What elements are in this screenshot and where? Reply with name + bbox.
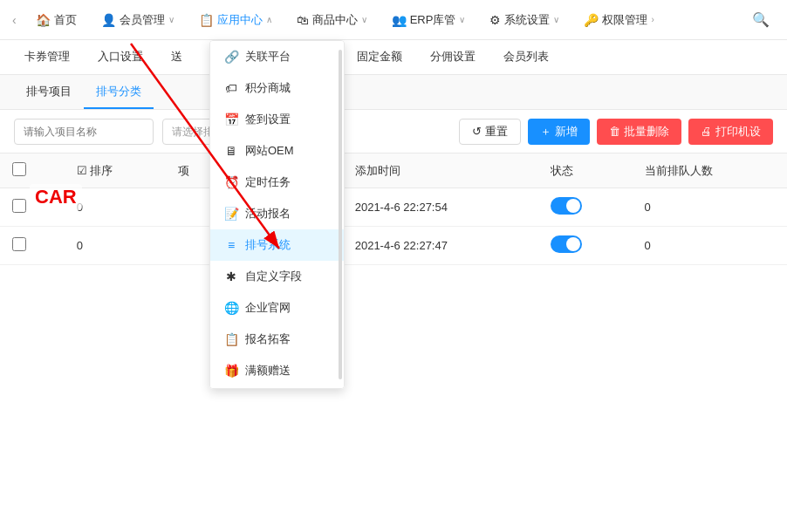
nav-split[interactable]: 分佣设置 (416, 40, 489, 74)
nav-send[interactable]: 送 (157, 40, 196, 74)
home-icon: 🏠 (36, 13, 51, 27)
data-table-wrap: ☑ 排序 项 分类名称 添加时间 状态 当前排队人数 0 房间 2021-4-6… (0, 153, 787, 532)
erp-icon: 👥 (392, 13, 407, 27)
nav-member-label: 会员管理 (120, 12, 165, 28)
nav-goods-label: 商品中心 (312, 12, 358, 28)
dropdown-item-linkPlatform[interactable]: 🔗关联平台 (210, 41, 344, 72)
nav-home-label: 首页 (54, 12, 77, 28)
search-button[interactable]: 🔍 (742, 11, 780, 28)
app-arrow-icon: ∧ (266, 15, 272, 24)
dropdown-item-timedTask[interactable]: ⏰定时任务 (210, 167, 344, 198)
dropdown-item-corpWebsite[interactable]: 🌐企业官网 (210, 292, 344, 324)
data-table: ☑ 排序 项 分类名称 添加时间 状态 当前排队人数 0 房间 2021-4-6… (0, 153, 787, 265)
add-button[interactable]: ＋ 新增 (528, 119, 590, 145)
sub-nav: 排号项目 排号分类 (0, 75, 787, 110)
print-icon: 🖨 (701, 125, 712, 138)
nav-app-label: 应用中心 (217, 12, 263, 28)
dropdown-fullGift-label: 满额赠送 (245, 363, 291, 379)
dropdown-item-signupExpand[interactable]: 📋报名拓客 (210, 324, 344, 355)
nav-member-list[interactable]: 会员列表 (489, 40, 563, 74)
row-queue-count-1: 0 (633, 227, 787, 265)
reset-button[interactable]: ↺ 重置 (459, 119, 521, 145)
status-toggle-0[interactable] (551, 197, 582, 215)
dropdown-signIn-icon: 📅 (224, 113, 238, 126)
dropdown-item-signIn[interactable]: 📅签到设置 (210, 104, 344, 135)
print-settings-button[interactable]: 🖨 打印机设 (688, 119, 773, 145)
row-check-1 (0, 227, 65, 265)
col-status: 状态 (538, 153, 632, 188)
row-sort-0: 0 (65, 188, 167, 227)
project-name-input[interactable] (14, 119, 154, 145)
settings-arrow-icon: ∨ (553, 15, 559, 24)
status-toggle-1[interactable] (551, 235, 582, 253)
dropdown-signupExpand-icon: 📋 (224, 332, 238, 346)
row-add-time-0: 2021-4-6 22:27:54 (343, 188, 539, 227)
dropdown-corpWebsite-label: 企业官网 (245, 300, 291, 316)
sub-nav-project[interactable]: 排号项目 (14, 75, 84, 109)
col-sort: ☑ 排序 (65, 153, 167, 188)
nav-app-center[interactable]: 📋 应用中心 ∧ (188, 0, 283, 39)
app-center-icon: 📋 (199, 13, 214, 27)
row-checkbox-0[interactable] (12, 199, 26, 213)
dropdown-corpWebsite-icon: 🌐 (224, 301, 238, 315)
permissions-arrow-icon: › (651, 15, 654, 24)
permissions-icon: 🔑 (584, 13, 599, 27)
dropdown-item-serviceEval[interactable]: 📊服务评价 (210, 386, 344, 389)
settings-icon: ⚙ (489, 13, 501, 27)
row-queue-count-0: 0 (633, 188, 787, 227)
dropdown-item-customField[interactable]: ✱自定义字段 (210, 261, 344, 292)
dropdown-timedTask-icon: ⏰ (224, 175, 238, 189)
dropdown-activitySignup-icon: 📝 (224, 207, 238, 221)
batch-delete-button[interactable]: 🗑 批量删除 (597, 119, 681, 145)
dropdown-item-queueSystem[interactable]: ≡排号系统 (210, 229, 344, 261)
row-add-time-1: 2021-4-6 22:27:47 (343, 227, 539, 265)
row-check-0 (0, 188, 65, 227)
nav-entrance[interactable]: 入口设置 (84, 40, 157, 74)
nav-settings[interactable]: ⚙ 系统设置 ∨ (479, 0, 570, 39)
row-checkbox-1[interactable] (12, 237, 26, 251)
nav-erp-label: ERP库管 (410, 12, 456, 28)
nav-settings-label: 系统设置 (504, 12, 550, 28)
nav-home[interactable]: 🏠 首页 (25, 0, 87, 39)
dropdown-item-activitySignup[interactable]: 📝活动报名 (210, 198, 344, 229)
table-header-row: ☑ 排序 项 分类名称 添加时间 状态 当前排队人数 (0, 153, 787, 188)
sub-nav-category[interactable]: 排号分类 (84, 75, 154, 109)
dropdown-queueSystem-label: 排号系统 (245, 237, 291, 253)
goods-icon: 🛍 (297, 13, 309, 27)
dropdown-fullGift-icon: 🎁 (224, 364, 238, 378)
nav-permissions[interactable]: 🔑 权限管理 › (573, 0, 664, 39)
second-nav: 卡券管理 入口设置 送 微信商城 消费收银 固定金额 分佣设置 会员列表 (0, 40, 787, 75)
dropdown-linkPlatform-icon: 🔗 (224, 50, 238, 64)
dropdown-activitySignup-label: 活动报名 (245, 206, 291, 222)
col-add-time: 添加时间 (343, 153, 539, 188)
goods-arrow-icon: ∨ (361, 15, 367, 24)
dropdown-item-pointsMall[interactable]: 🏷积分商城 (210, 72, 344, 104)
dropdown-websiteOEM-label: 网站OEM (245, 143, 294, 159)
action-buttons: ↺ 重置 ＋ 新增 🗑 批量删除 🖨 打印机设 (459, 119, 773, 145)
nav-member[interactable]: 👤 会员管理 ∨ (91, 0, 185, 39)
dropdown-pointsMall-label: 积分商城 (245, 80, 291, 96)
dropdown-item-fullGift[interactable]: 🎁满额赠送 (210, 355, 344, 386)
row-sort-1: 0 (65, 227, 167, 265)
nav-goods[interactable]: 🛍 商品中心 ∨ (286, 0, 378, 39)
erp-arrow-icon: ∨ (459, 15, 465, 24)
filter-row: 请选择排号分类 ↺ 重置 ＋ 新增 🗑 批量删除 🖨 打印机设 (0, 110, 787, 153)
back-button[interactable]: ‹ (7, 10, 22, 31)
dropdown-scrollbar (339, 50, 342, 379)
row-status-0 (538, 188, 632, 227)
member-icon: 👤 (101, 13, 116, 27)
dropdown-item-websiteOEM[interactable]: 🖥网站OEM (210, 135, 344, 167)
nav-erp[interactable]: 👥 ERP库管 ∨ (381, 0, 476, 39)
delete-icon: 🗑 (609, 125, 620, 138)
dropdown-queueSystem-icon: ≡ (224, 238, 238, 252)
dropdown-linkPlatform-label: 关联平台 (245, 49, 291, 65)
col-check (0, 153, 65, 188)
nav-permissions-label: 权限管理 (602, 12, 647, 28)
col-queue-count: 当前排队人数 (633, 153, 787, 188)
dropdown-pointsMall-icon: 🏷 (224, 81, 238, 95)
row-status-1 (538, 227, 632, 265)
nav-fixed-amount[interactable]: 固定金额 (343, 40, 416, 74)
select-all-checkbox[interactable] (12, 162, 26, 176)
nav-card-mgr[interactable]: 卡券管理 (10, 40, 84, 74)
app-center-dropdown: 🔗关联平台🏷积分商城📅签到设置🖥网站OEM⏰定时任务📝活动报名≡排号系统✱自定义… (209, 40, 345, 389)
